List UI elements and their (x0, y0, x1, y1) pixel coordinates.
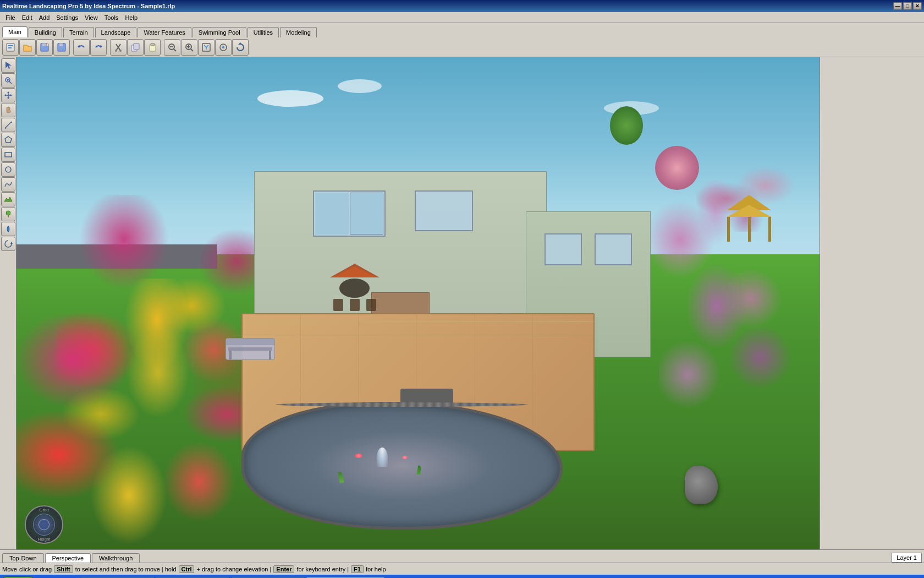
svg-rect-13 (134, 43, 139, 50)
toolbar-save-as[interactable] (36, 39, 53, 56)
svg-line-18 (174, 49, 176, 51)
svg-marker-26 (238, 42, 242, 45)
minimize-button[interactable]: — (893, 2, 902, 10)
bottom-tab-bar: Top-Down Perspective Walkthrough Layer 1 (0, 549, 924, 563)
svg-point-10 (115, 50, 117, 52)
compass-display[interactable]: Orbit Height (25, 505, 63, 544)
status-instruction4: for keyboard entry | (296, 566, 349, 572)
navigation-compass[interactable]: Orbit Height (25, 505, 63, 544)
toolbar (0, 37, 924, 57)
key-enter: Enter (273, 565, 294, 573)
status-instruction3: + drag to change elevation | (196, 566, 271, 572)
menu-bar: File Edit Add Settings View Tools Help (0, 12, 924, 23)
pond (241, 402, 563, 530)
sidebar-select[interactable] (1, 58, 15, 73)
svg-marker-27 (6, 62, 12, 69)
sidebar-plant-tool[interactable] (1, 207, 15, 221)
status-action: Move (2, 566, 17, 572)
left-sidebar (0, 57, 16, 549)
svg-marker-39 (5, 137, 12, 143)
sidebar-measure[interactable] (1, 118, 15, 132)
toolbar-redo[interactable] (90, 39, 107, 56)
menu-edit[interactable]: Edit (19, 13, 36, 22)
orbit-label: Orbit (33, 508, 55, 512)
sidebar-draw-rect[interactable] (1, 148, 15, 162)
sidebar-draw-poly[interactable] (1, 133, 15, 147)
toolbar-copy[interactable] (127, 39, 144, 56)
menu-settings[interactable]: Settings (53, 13, 81, 22)
svg-line-22 (191, 49, 193, 51)
right-panel (820, 57, 924, 549)
sidebar-hand[interactable] (1, 103, 15, 117)
menu-file[interactable]: File (2, 13, 19, 22)
tree-pink (655, 146, 699, 190)
toolbar-view-options[interactable] (215, 39, 232, 56)
status-instruction5: for help (366, 566, 386, 572)
toolbar-open[interactable] (19, 39, 36, 56)
tab-terrain[interactable]: Terrain (63, 27, 94, 37)
sidebar-zoom[interactable] (1, 73, 15, 88)
layer-indicator: Layer 1 (892, 553, 922, 563)
status-instruction1: click or drag (19, 566, 52, 572)
window-controls: — □ ✕ (893, 2, 922, 10)
toolbar-save[interactable] (53, 39, 70, 56)
tab-swimming-pool[interactable]: Swimming Pool (193, 27, 246, 37)
toolbar-refresh[interactable] (232, 39, 249, 56)
sidebar-reset[interactable] (1, 237, 15, 251)
close-button[interactable]: ✕ (913, 2, 922, 10)
svg-rect-15 (151, 43, 155, 46)
toolbar-zoom-out[interactable] (164, 39, 180, 56)
tab-landscape[interactable]: Landscape (95, 27, 137, 37)
toolbar-undo[interactable] (73, 39, 90, 56)
svg-marker-8 (78, 45, 80, 48)
sidebar-draw-circle[interactable] (1, 162, 15, 177)
svg-marker-35 (10, 94, 12, 96)
svg-rect-2 (8, 47, 12, 48)
menu-help[interactable]: Help (122, 13, 141, 22)
svg-line-29 (9, 81, 12, 84)
svg-marker-44 (10, 242, 13, 244)
toolbar-zoom-in[interactable] (181, 39, 197, 56)
menu-add[interactable]: Add (36, 13, 53, 22)
svg-point-11 (119, 50, 122, 52)
key-shift: Shift (54, 565, 73, 573)
svg-rect-4 (42, 43, 46, 46)
tab-modeling[interactable]: Modeling (280, 27, 317, 37)
height-label: Height (33, 537, 55, 542)
patio-furniture (322, 264, 388, 319)
viewport[interactable]: Orbit Height (16, 57, 820, 549)
toolbar-new[interactable] (2, 39, 19, 56)
tab-walkthrough[interactable]: Walkthrough (92, 553, 140, 563)
maximize-button[interactable]: □ (903, 2, 912, 10)
sidebar-pan[interactable] (1, 88, 15, 102)
svg-line-36 (5, 122, 12, 128)
toolbar-paste[interactable] (144, 39, 161, 56)
svg-point-25 (222, 46, 224, 48)
3d-scene: Orbit Height (16, 57, 820, 549)
toolbar-zoom-fit[interactable] (198, 39, 215, 56)
svg-rect-5 (47, 43, 48, 46)
key-ctrl: Ctrl (179, 565, 195, 573)
tab-utilities[interactable]: Utilities (248, 27, 279, 37)
status-bar: Move click or drag Shift to select and t… (0, 563, 924, 575)
windows-taskbar: ⊞ пуск 🌐 ✉ 🎵 🌐 Developer page - Ide... 🦊… (0, 575, 924, 578)
sidebar-terrain-tool[interactable] (1, 192, 15, 206)
window-title: Realtime Landscaping Pro 5 by Idea Spect… (2, 3, 175, 9)
svg-point-41 (6, 167, 11, 172)
tab-top-down[interactable]: Top-Down (2, 553, 44, 563)
garden-bench (226, 338, 275, 360)
sidebar-water-tool[interactable] (1, 222, 15, 236)
menu-tools[interactable]: Tools (101, 13, 122, 22)
title-bar: Realtime Landscaping Pro 5 by Idea Spect… (0, 0, 924, 12)
tab-perspective[interactable]: Perspective (45, 553, 91, 563)
svg-rect-40 (5, 152, 12, 157)
toolbar-cut[interactable] (110, 39, 127, 56)
svg-rect-1 (8, 45, 13, 46)
tab-water-features[interactable]: Water Features (138, 27, 191, 37)
sidebar-draw-path[interactable] (1, 177, 15, 192)
svg-rect-7 (59, 43, 63, 46)
tab-main[interactable]: Main (2, 26, 28, 37)
tab-building[interactable]: Building (29, 27, 62, 37)
key-f1: F1 (351, 565, 364, 573)
menu-view[interactable]: View (81, 13, 101, 22)
